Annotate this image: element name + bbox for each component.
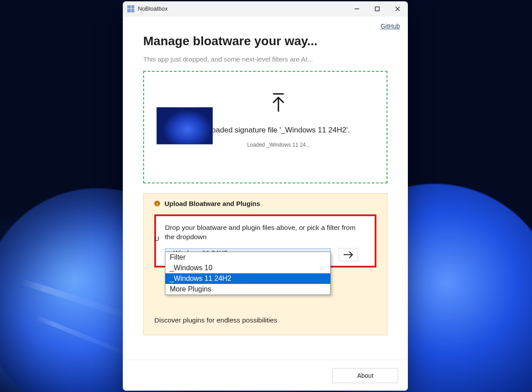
maximize-button[interactable] [367,1,387,16]
window-controls [347,1,408,16]
panel-title: Upload Bloatware and Plugins [164,200,260,207]
signature-dropzone[interactable]: Loaded signature file '_Windows 11 24H2'… [143,71,387,183]
filter-option-windows-10[interactable]: _Windows 10 [165,263,330,273]
titlebar[interactable]: NoBloatbox [123,1,408,16]
signature-thumbnail [156,107,213,144]
apply-filter-button[interactable] [339,248,358,261]
window-title: NoBloatbox [138,5,168,12]
about-button[interactable]: About [332,368,398,383]
minimize-button[interactable] [347,1,367,16]
page-title: Manage bloatware your way... [143,34,387,48]
app-window: NoBloatbox GitHub Manage bloatware your … [123,1,408,391]
page-subtitle: This app just dropped, and some next-lev… [143,55,387,63]
info-icon: i [154,201,160,206]
dropzone-loaded-short: Loaded _Windows 11 24... [207,142,350,148]
filter-option-more-plugins[interactable]: More Plugins [165,284,330,295]
dropzone-message: Loaded signature file '_Windows 11 24H2'… [207,126,350,135]
svg-rect-1 [376,7,379,11]
filter-option-filter[interactable]: Filter [165,252,330,263]
filter-option-windows-11-24h2[interactable]: _Windows 11 24H2 [165,273,330,284]
obscured-label: U [154,235,159,243]
upload-panel: i Upload Bloatware and Plugins Drop your… [143,193,387,335]
app-icon [127,5,134,12]
upload-arrow-icon [270,93,287,114]
github-link[interactable]: GitHub [380,23,400,30]
panel-instruction: Drop your bloatware and plugin files abo… [165,223,366,242]
content-area: GitHub Manage bloatware your way... This… [123,16,408,360]
filter-dropdown-list: Filter _Windows 10 _Windows 11 24H2 More… [165,252,331,295]
footer: About [123,360,408,391]
discover-plugins-text: Discover plugins for endless possibiliti… [154,316,376,324]
close-button[interactable] [387,1,408,16]
filter-highlight-box: Drop your bloatware and plugin files abo… [154,214,376,268]
